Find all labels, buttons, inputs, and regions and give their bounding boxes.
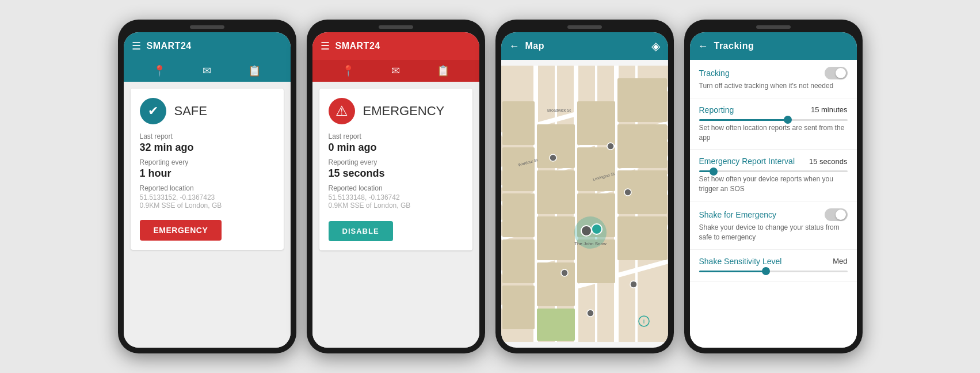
emergency-label: EMERGENCY [363, 104, 445, 119]
phone-2-inner: ☰ SMART24 📍 ✉ 📋 ⚠ EMERGENCY Last report … [312, 32, 479, 348]
tab-location-icon[interactable]: 📍 [153, 64, 166, 77]
svg-rect-26 [617, 216, 667, 260]
setting-shake-sensitivity: Shake Sensitivity Level Med [690, 250, 857, 282]
svg-rect-21 [537, 216, 575, 260]
last-report-value: 32 min ago [140, 142, 274, 154]
emergency-slider-track [699, 170, 848, 172]
reporting-slider-track [699, 119, 848, 121]
svg-rect-20 [617, 124, 667, 168]
status-top: ✔ SAFE [140, 98, 274, 124]
svg-point-34 [581, 226, 592, 236]
phone-1-tabs: 📍 ✉ 📋 [124, 60, 291, 82]
shake-label: Shake for Emergency [699, 210, 777, 219]
setting-shake: Shake for Emergency Shake your device to… [690, 201, 857, 250]
settings-content: Tracking Turn off active tracking when i… [690, 60, 857, 348]
svg-point-35 [592, 224, 602, 234]
back-icon-settings[interactable]: ← [698, 40, 708, 52]
phone-1-header: ☰ SMART24 [124, 32, 291, 60]
location-coords: 51.5133152, -0.1367423 [140, 193, 274, 201]
tab-mail-icon-2[interactable]: ✉ [391, 64, 400, 77]
status-card-safe: ✔ SAFE Last report 32 min ago Reporting … [131, 89, 284, 250]
shake-desc: Shake your device to change your status … [699, 223, 848, 242]
shake-sensitivity-value: Med [833, 257, 847, 265]
tab-doc-icon[interactable]: 📋 [248, 64, 261, 77]
svg-point-39 [624, 189, 631, 196]
svg-point-37 [550, 154, 556, 161]
tracking-desc: Turn off active tracking when it's not n… [699, 81, 848, 91]
reporting-row-2: Reporting every 15 seconds [329, 158, 463, 180]
phone-notch-3 [567, 25, 602, 29]
disable-button[interactable]: DISABLE [329, 221, 393, 241]
location-desc-2: 0.9KM SSE of London, GB [329, 201, 463, 210]
phone-2-content: ⚠ EMERGENCY Last report 0 min ago Report… [312, 82, 479, 348]
phone-1-title: SMART24 [147, 41, 192, 51]
phone-1-content: ✔ SAFE Last report 32 min ago Reporting … [124, 82, 291, 348]
tab-doc-icon-2[interactable]: 📋 [437, 64, 449, 77]
tracking-row: Tracking [699, 67, 848, 79]
emergency-slider-thumb[interactable] [710, 168, 718, 176]
svg-rect-30 [502, 239, 535, 283]
reporting-value: 1 hour [140, 168, 274, 180]
reporting-setting-value: 15 minutes [811, 105, 848, 114]
last-report-row-2: Last report 0 min ago [329, 132, 463, 154]
emergency-interval-row: Emergency Report Interval 15 seconds [699, 157, 848, 166]
svg-rect-16 [577, 101, 615, 145]
status-card-emergency: ⚠ EMERGENCY Last report 0 min ago Report… [319, 89, 472, 250]
location-label-2: Reported location [329, 184, 463, 192]
svg-text:Broadwick St: Broadwick St [547, 108, 571, 112]
setting-emergency-interval: Emergency Report Interval 15 seconds Set… [690, 150, 857, 201]
sensitivity-slider-thumb[interactable] [762, 267, 770, 275]
reporting-slider-fill [699, 119, 788, 121]
last-report-label: Last report [140, 132, 274, 140]
reporting-row: Reporting every 1 hour [140, 158, 274, 180]
phone-notch [190, 25, 224, 29]
header-left: ← Map [509, 40, 545, 52]
svg-rect-29 [502, 193, 535, 237]
location-coords-2: 51.5133148, -0.136742 [329, 193, 463, 201]
last-report-label-2: Last report [329, 132, 463, 140]
menu-icon[interactable]: ☰ [132, 41, 141, 51]
menu-icon-2[interactable]: ☰ [321, 41, 330, 51]
svg-point-41 [630, 281, 637, 288]
map-svg: The John Snow i Wardour St Broadwick St … [501, 60, 668, 348]
map-container: The John Snow i Wardour St Broadwick St … [501, 60, 668, 348]
location-label: Reported location [140, 184, 274, 192]
emergency-button[interactable]: EMERGENCY [140, 220, 222, 241]
phone-2-tabs: 📍 ✉ 📋 [312, 60, 479, 82]
reporting-setting-row: Reporting 15 minutes [699, 105, 848, 115]
emergency-interval-value: 15 seconds [809, 157, 848, 166]
tracking-title: Tracking [714, 41, 754, 51]
phone-2-title: SMART24 [335, 41, 380, 51]
setting-tracking: Tracking Turn off active tracking when i… [690, 60, 857, 98]
layers-icon[interactable]: ◈ [651, 39, 660, 53]
phone-1-inner: ☰ SMART24 📍 ✉ 📋 ✔ SAFE Last report [124, 32, 291, 348]
phone-4: ← Tracking Tracking Turn off active trac… [684, 20, 863, 353]
emergency-interval-desc: Set how often your device reports when y… [699, 174, 848, 194]
sensitivity-slider[interactable] [699, 271, 848, 272]
back-icon-map[interactable]: ← [509, 40, 520, 52]
svg-rect-27 [502, 101, 535, 145]
shake-sensitivity-row: Shake Sensitivity Level Med [699, 257, 848, 266]
sensitivity-slider-track [699, 271, 848, 272]
tracking-label: Tracking [699, 68, 730, 78]
emergency-status-top: ⚠ EMERGENCY [329, 98, 463, 124]
svg-point-40 [561, 269, 568, 276]
sensitivity-slider-fill [699, 271, 766, 272]
phone-4-header: ← Tracking [690, 32, 857, 60]
reporting-slider-thumb[interactable] [784, 116, 792, 124]
location-row: Reported location 51.5133152, -0.1367423… [140, 184, 274, 210]
svg-point-38 [607, 143, 614, 150]
svg-rect-19 [577, 147, 615, 191]
tab-location-icon-2[interactable]: 📍 [342, 64, 354, 77]
phone-3-header: ← Map ◈ [501, 32, 668, 60]
shake-row: Shake for Emergency [699, 208, 848, 221]
reporting-desc: Set how often location reports are sent … [699, 123, 848, 143]
reporting-label: Reporting every [140, 158, 274, 166]
tracking-toggle[interactable] [825, 67, 848, 79]
svg-rect-31 [502, 286, 535, 329]
reporting-slider[interactable] [699, 119, 848, 121]
tab-mail-icon[interactable]: ✉ [203, 64, 211, 77]
svg-rect-32 [537, 309, 575, 341]
emergency-slider[interactable] [699, 170, 848, 172]
shake-toggle[interactable] [825, 208, 848, 221]
